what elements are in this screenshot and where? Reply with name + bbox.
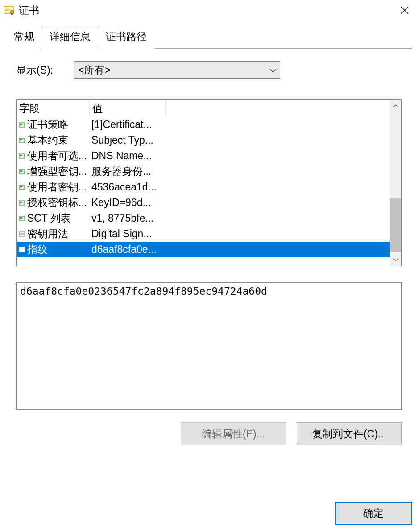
close-button[interactable]: [395, 0, 414, 20]
header-field[interactable]: 字段: [17, 100, 90, 117]
tab-details[interactable]: 详细信息: [42, 27, 98, 49]
scroll-down-button[interactable]: [390, 254, 401, 266]
table-row[interactable]: 密钥用法Digital Sign...: [17, 226, 390, 242]
titlebar: 证书: [0, 0, 418, 21]
table-row[interactable]: 基本约束Subject Typ...: [17, 132, 390, 148]
edit-properties-button: 编辑属性(E)...: [181, 422, 286, 445]
row-value-text: DNS Name...: [90, 150, 166, 162]
svg-rect-16: [20, 186, 22, 187]
dialog-footer: 确定: [0, 495, 418, 532]
table-row[interactable]: 指纹d6aaf8cfa0e...: [17, 242, 390, 257]
extension-icon: [18, 215, 25, 222]
row-field-text: 基本约束: [27, 133, 68, 147]
svg-rect-24: [19, 247, 25, 252]
row-field-text: SCT 列表: [27, 211, 71, 225]
tab-cert-path[interactable]: 证书路径: [98, 27, 154, 49]
row-field-text: 密钥用法: [27, 227, 68, 241]
row-value-text: [1]Certificat...: [90, 119, 166, 131]
extension-icon: [18, 122, 25, 128]
certificate-dialog: 证书 常规 详细信息 证书路径 显示(S): <所有>: [0, 0, 418, 532]
extension-icon: [18, 137, 25, 144]
table-row[interactable]: 授权密钥标...KeyID=96d...: [17, 195, 390, 210]
close-icon: [400, 6, 409, 15]
row-field-text: 使用者可选...: [27, 149, 87, 163]
window-title: 证书: [19, 4, 395, 17]
row-value-text: d6aaf8cfa0e...: [90, 243, 166, 256]
row-value-text: 4536acea1d...: [90, 181, 166, 193]
value-detail-text: d6aaf8cfa0e0236547fc2a894f895ec94724a60d: [20, 285, 267, 297]
details-panel: 显示(S): <所有> 字段 值 证书策略[1]Certificat...基本约…: [0, 49, 418, 495]
svg-rect-8: [20, 124, 22, 125]
row-field-text: 使用者密钥...: [27, 180, 87, 194]
listview-header: 字段 值: [17, 100, 390, 117]
row-value-text: v1, 8775bfe...: [90, 212, 166, 224]
svg-rect-10: [20, 139, 22, 140]
row-value-text: Digital Sign...: [90, 228, 166, 240]
tabs: 常规 详细信息 证书路径: [6, 27, 412, 49]
scroll-track[interactable]: [390, 111, 401, 254]
svg-point-4: [10, 10, 14, 14]
header-value[interactable]: 值: [90, 100, 166, 117]
table-row[interactable]: SCT 列表v1, 8775bfe...: [17, 210, 390, 226]
row-field-text: 指纹: [27, 243, 48, 256]
show-label: 显示(S):: [16, 63, 74, 77]
ok-button[interactable]: 确定: [335, 502, 412, 525]
svg-rect-18: [20, 202, 22, 203]
action-buttons: 编辑属性(E)... 复制到文件(C)...: [16, 422, 402, 445]
show-select[interactable]: <所有>: [74, 61, 280, 79]
extension-icon: [18, 231, 25, 237]
row-value-text: Subject Typ...: [90, 134, 166, 146]
row-value-text: 服务器身份...: [90, 165, 166, 178]
row-field-text: 增强型密钥...: [27, 165, 87, 178]
extension-icon: [18, 169, 25, 175]
fields-listview[interactable]: 字段 值 证书策略[1]Certificat...基本约束Subject Typ…: [16, 99, 402, 266]
extension-icon: [18, 247, 25, 253]
tab-general[interactable]: 常规: [6, 27, 42, 49]
row-value-text: KeyID=96d...: [90, 197, 166, 209]
table-row[interactable]: 使用者密钥...4536acea1d...: [17, 179, 390, 195]
table-row[interactable]: 使用者可选...DNS Name...: [17, 148, 390, 164]
listview-scrollbar[interactable]: [390, 100, 401, 266]
tabs-container: 常规 详细信息 证书路径: [0, 21, 418, 49]
row-field-text: 授权密钥标...: [27, 196, 87, 210]
extension-icon: [18, 200, 25, 206]
scroll-thumb[interactable]: [390, 198, 401, 252]
copy-to-file-button[interactable]: 复制到文件(C)...: [297, 422, 402, 445]
svg-rect-12: [20, 155, 22, 156]
scroll-up-button[interactable]: [390, 100, 401, 111]
row-field-text: 证书策略: [27, 118, 68, 132]
certificate-icon: [3, 5, 15, 16]
show-row: 显示(S): <所有>: [16, 61, 402, 79]
extension-icon: [18, 153, 25, 159]
listview-rows: 证书策略[1]Certificat...基本约束Subject Typ...使用…: [17, 117, 390, 266]
table-row[interactable]: 增强型密钥...服务器身份...: [17, 164, 390, 179]
svg-rect-21: [19, 232, 25, 236]
table-row[interactable]: 证书策略[1]Certificat...: [17, 117, 390, 132]
svg-rect-14: [20, 170, 22, 172]
show-select-value: <所有>: [74, 61, 280, 79]
extension-icon: [18, 184, 25, 190]
svg-rect-20: [20, 217, 22, 219]
value-detail-box[interactable]: d6aaf8cfa0e0236547fc2a894f895ec94724a60d: [16, 282, 402, 410]
